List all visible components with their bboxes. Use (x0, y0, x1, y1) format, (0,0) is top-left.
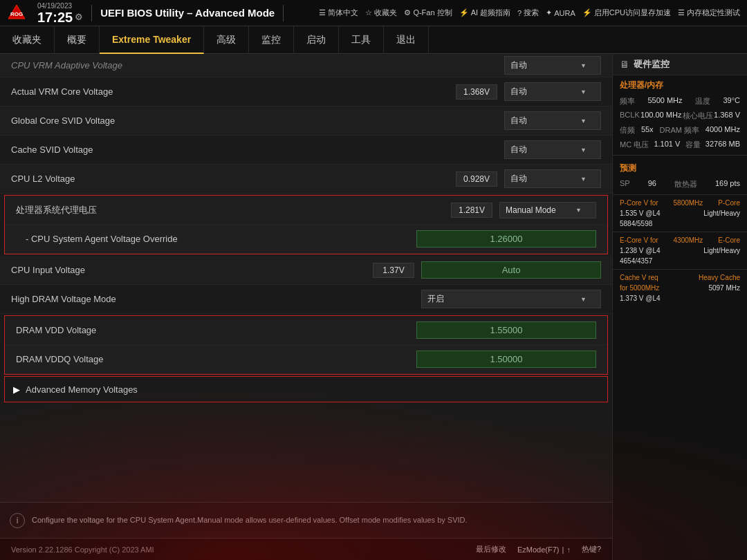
sidebar-cache-for2-row: for 5000MHz 5097 MHz (613, 283, 747, 293)
sidebar-title: 硬件监控 (634, 58, 670, 71)
cache-v-value: 1.373 V @L4 (620, 295, 661, 302)
hotkeys-btn[interactable]: 热键? (582, 544, 601, 554)
tool-simplified-chinese[interactable]: ☰ 简体中文 (319, 8, 358, 18)
nav-advanced[interactable]: 高级 (204, 26, 249, 54)
global-svid-dropdown[interactable]: 自动 (504, 111, 601, 130)
capacity-value: 32768 MB (706, 140, 740, 150)
question-icon: ? (517, 9, 522, 17)
cpu-l2-dropdown[interactable]: 自动 (504, 169, 601, 188)
divider-1 (91, 5, 92, 21)
tool-qfan[interactable]: ⚙ Q-Fan 控制 (404, 8, 452, 18)
cache-svid-label: Cache SVID Voltage (11, 144, 497, 155)
gear-icon[interactable]: ⚙ (75, 12, 83, 23)
ecore-v-value: 1.238 V @L4 (620, 247, 661, 254)
tool-ai-oc[interactable]: ⚡ AI 超频指南 (459, 8, 510, 18)
heatsink-label: 散热器 (674, 179, 697, 189)
cache-type-value: 5097 MHz (708, 284, 740, 292)
info-text: Configure the voltage for the CPU System… (32, 514, 468, 526)
freq-value: 5500 MHz (647, 96, 682, 106)
sp-label: SP (620, 179, 630, 189)
sidebar-section-cpu-mem: 处理器/内存 (613, 75, 747, 94)
cache-v-label: Cache V req (620, 274, 658, 281)
nav-extreme-tweaker[interactable]: Extreme Tweaker (100, 26, 204, 54)
pcore-v-value: 1.535 V @L4 (620, 209, 661, 217)
setting-high-dram: High DRAM Voltage Mode 开启 (0, 285, 612, 314)
pcore-v-for-freq: 5800MHz (674, 199, 703, 207)
setting-dram-vddq: DRAM VDDQ Voltage 1.50000 (5, 345, 607, 374)
cpu-icon: ⚡ (582, 8, 592, 17)
ez-mode-btn[interactable]: EzMode(F7) | ↑ (517, 545, 571, 554)
ecore-v-for-label: E-Core V for (620, 236, 658, 244)
setting-cpu-sys-agent-override: - CPU System Agent Voltage Override 1.26… (5, 225, 607, 254)
language-icon: ☰ (319, 8, 326, 17)
setting-cpu-input: CPU Input Voltage 1.37V Auto (0, 256, 612, 285)
pipe-separator: | (562, 545, 564, 554)
tool-mem-stability[interactable]: ☰ 内存稳定性测试 (678, 8, 740, 18)
capacity-label: 容量 (685, 140, 701, 150)
dram-vddq-input[interactable]: 1.50000 (416, 351, 596, 368)
actual-vrm-label: Actual VRM Core Voltage (11, 86, 449, 97)
core-v-label: 核心电压 (683, 111, 713, 121)
cpu-input-label: CPU Input Voltage (11, 265, 366, 275)
temp-value: 39°C (723, 96, 740, 106)
cache-svid-dropdown[interactable]: 自动 (504, 140, 601, 159)
sidebar-mult-row: 倍频 55x DRAM 频率 4000 MHz (613, 123, 747, 138)
nav-tools[interactable]: 工具 (339, 26, 384, 54)
cpu-l2-label: CPU L2 Voltage (11, 174, 449, 184)
sidebar-divider-3 (613, 232, 747, 232)
expand-arrow-icon: ▶ (13, 384, 20, 395)
cpu-sys-agent-value: 1.281V (451, 203, 492, 218)
dram-vdd-label: DRAM VDD Voltage (16, 325, 409, 335)
pcore-v-for-label: P-Core V for (620, 199, 658, 207)
footer-actions: 最后修改 EzMode(F7) | ↑ 热键? (476, 544, 601, 554)
cpu-sys-agent-override-input[interactable]: 1.26000 (416, 230, 596, 248)
nav-boot[interactable]: 启动 (294, 26, 339, 54)
setting-vrm-adaptive: CPU VRM Adaptive Voltage 自动 (0, 54, 612, 77)
info-bar: i Configure the voltage for the CPU Syst… (0, 502, 612, 538)
sidebar-sp-row: SP 96 散热器 169 pts (613, 177, 747, 192)
pcore-type-label: P-Core (718, 199, 740, 207)
cpu-sys-agent-dropdown[interactable]: Manual Mode (499, 202, 596, 218)
sidebar-divider-1 (613, 155, 747, 156)
tool-favorites[interactable]: ☆ 收藏夹 (365, 8, 397, 18)
last-modified-btn[interactable]: 最后修改 (476, 544, 506, 554)
global-svid-label: Global Core SVID Voltage (11, 115, 497, 126)
vrm-adaptive-label: CPU VRM Adaptive Voltage (11, 60, 497, 71)
bclk-label: BCLK (620, 111, 640, 121)
sidebar-header: 🖥 硬件监控 (613, 54, 747, 75)
nav-overview[interactable]: 概要 (55, 26, 100, 54)
cache-type-label: Heavy Cache (699, 274, 740, 281)
cpu-input-input[interactable]: Auto (421, 261, 601, 279)
mult-value: 55x (641, 125, 654, 136)
vrm-adaptive-dropdown[interactable]: 自动 (504, 56, 601, 75)
setting-dram-vdd: DRAM VDD Voltage 1.55000 (5, 316, 607, 345)
temp-label: 温度 (695, 96, 710, 106)
top-bar: ROG 04/19/2023 17:25 ⚙ UEFI BIOS Utility… (0, 0, 747, 26)
nav-exit[interactable]: 退出 (384, 26, 429, 54)
tool-resizable-bar[interactable]: ⚡ 启用CPU访问显存加速 (582, 8, 671, 18)
actual-vrm-value: 1.368V (456, 84, 497, 100)
sidebar-divider-2 (613, 194, 747, 195)
mc-v-value: 1.101 V (654, 140, 680, 150)
star-icon: ☆ (365, 8, 372, 17)
tool-aura[interactable]: ✦ AURA (546, 8, 575, 17)
footer: Version 2.22.1286 Copyright (C) 2023 AMI… (0, 538, 612, 560)
cache-v-for: for 5000MHz (620, 284, 659, 292)
high-dram-dropdown[interactable]: 开启 (421, 290, 601, 308)
setting-cpu-sys-agent: 处理器系统代理电压 1.281V Manual Mode (5, 196, 607, 225)
nav-favorites[interactable]: 收藏夹 (0, 26, 55, 54)
sidebar-pcore-val-row: 1.535 V @L4 Light/Heavy (613, 208, 747, 218)
tool-search[interactable]: ? 搜索 (517, 8, 539, 18)
cpu-sys-agent-override-label: - CPU System Agent Voltage Override (16, 234, 409, 244)
ecore-type-label: E-Core (718, 236, 740, 244)
rog-logo: ROG (7, 3, 26, 23)
aura-icon: ✦ (546, 8, 552, 17)
ecore-type-value: Light/Heavy (703, 247, 740, 254)
nav-monitor[interactable]: 监控 (249, 26, 294, 54)
actual-vrm-dropdown[interactable]: 自动 (504, 82, 601, 101)
mem-icon: ☰ (678, 8, 685, 17)
pcore-type-value: Light/Heavy (703, 209, 740, 217)
advanced-memory-voltages-row[interactable]: ▶ Advanced Memory Voltages (4, 376, 608, 402)
ecore-v-for-freq: 4300MHz (674, 236, 703, 244)
dram-vdd-input[interactable]: 1.55000 (416, 321, 596, 339)
